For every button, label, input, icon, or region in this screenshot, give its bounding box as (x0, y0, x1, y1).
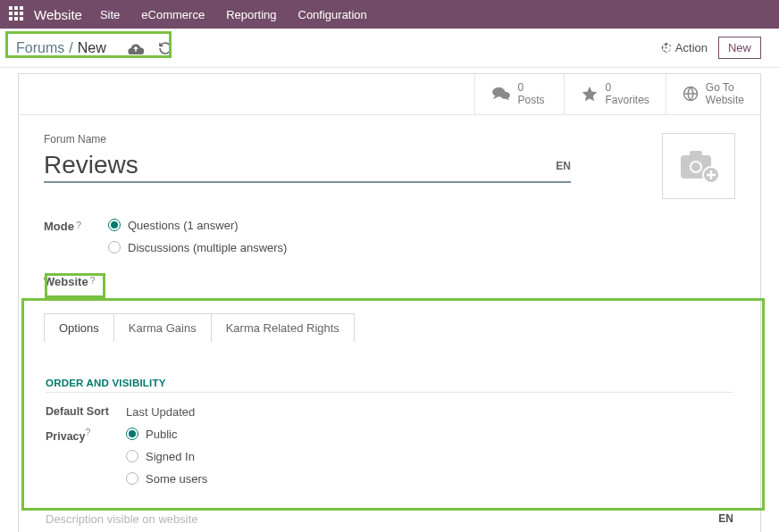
svg-point-10 (500, 92, 510, 99)
stat-goto-l1: Go To (706, 81, 744, 94)
svg-rect-7 (14, 17, 18, 21)
privacy-public-radio[interactable]: Public (126, 428, 207, 441)
privacy-some-radio[interactable]: Some users (126, 472, 207, 486)
stat-fav-count: 0 (606, 81, 649, 94)
globe-icon (683, 86, 699, 102)
stat-posts-count: 0 (518, 81, 545, 94)
mode-label: Mode? (44, 219, 108, 254)
image-upload[interactable] (662, 133, 735, 199)
svg-point-15 (691, 162, 700, 171)
comments-icon (491, 86, 511, 102)
discard-icon[interactable] (158, 41, 172, 55)
svg-rect-13 (690, 151, 702, 158)
form-sheet: 0 Posts 0 Favorites Go To We (18, 73, 761, 532)
breadcrumb-sep: / (69, 40, 72, 56)
svg-rect-6 (9, 17, 13, 21)
section-divider (46, 392, 733, 393)
forum-name-input[interactable] (44, 151, 549, 181)
top-navbar: Website Site eCommerce Reporting Configu… (0, 0, 779, 29)
privacy-label: Privacy? (46, 428, 126, 443)
breadcrumb-root[interactable]: Forums (16, 40, 64, 56)
menu-site[interactable]: Site (100, 8, 120, 21)
mode-discussions-radio[interactable]: Discussions (multiple answers) (108, 241, 735, 254)
options-panel: ORDER AND VISIBILITY Default Sort Last U… (19, 360, 760, 532)
default-sort-value[interactable]: Last Updated (126, 405, 195, 419)
forum-name-label: Forum Name (44, 133, 580, 145)
svg-rect-2 (20, 6, 23, 10)
star-icon (581, 85, 599, 103)
privacy-signed-radio[interactable]: Signed In (126, 450, 207, 463)
description-placeholder[interactable]: Description visible on website (46, 512, 198, 526)
action-menu[interactable]: Action (660, 41, 708, 54)
new-button[interactable]: New (718, 37, 761, 59)
stat-goto-website[interactable]: Go To Website (666, 74, 760, 114)
menu-ecommerce[interactable]: eCommerce (141, 8, 205, 21)
apps-icon[interactable] (9, 6, 25, 22)
tab-karma-gains[interactable]: Karma Gains (113, 313, 212, 342)
lang-badge[interactable]: EN (556, 160, 571, 181)
stat-goto-l2: Website (706, 94, 744, 106)
tab-options[interactable]: Options (44, 313, 114, 342)
privacy-public-label: Public (146, 428, 177, 441)
stat-bar: 0 Posts 0 Favorites Go To We (19, 74, 760, 115)
breadcrumb: Forums / New (9, 37, 113, 60)
lang-badge-2[interactable]: EN (718, 512, 733, 525)
mode-questions-radio[interactable]: Questions (1 answer) (108, 219, 735, 232)
mode-discussions-label: Discussions (multiple answers) (128, 241, 287, 254)
stat-posts[interactable]: 0 Posts (474, 74, 564, 114)
stat-fav-label: Favorites (606, 94, 649, 106)
breadcrumb-bar: Forums / New Action New (0, 29, 779, 68)
svg-rect-0 (9, 6, 13, 10)
cloud-save-icon[interactable] (128, 42, 144, 54)
website-field[interactable] (108, 274, 735, 288)
svg-rect-4 (14, 12, 18, 15)
privacy-some-label: Some users (146, 472, 207, 486)
menu-reporting[interactable]: Reporting (226, 8, 276, 21)
svg-rect-8 (20, 17, 23, 21)
breadcrumb-current: New (78, 40, 106, 56)
default-sort-label: Default Sort (46, 405, 126, 418)
app-brand[interactable]: Website (34, 7, 82, 22)
stat-posts-label: Posts (518, 94, 545, 106)
svg-rect-5 (20, 12, 23, 15)
menu-configuration[interactable]: Configuration (298, 8, 367, 21)
mode-questions-label: Questions (1 answer) (128, 219, 239, 232)
privacy-signed-label: Signed In (146, 450, 195, 463)
tab-karma-rights[interactable]: Karma Related Rights (211, 313, 355, 342)
action-label: Action (675, 41, 708, 54)
stat-favorites[interactable]: 0 Favorites (564, 74, 666, 114)
section-title: ORDER AND VISIBILITY (46, 378, 733, 388)
website-label: Website? (44, 274, 108, 288)
svg-rect-3 (9, 12, 13, 15)
svg-rect-1 (14, 6, 18, 10)
